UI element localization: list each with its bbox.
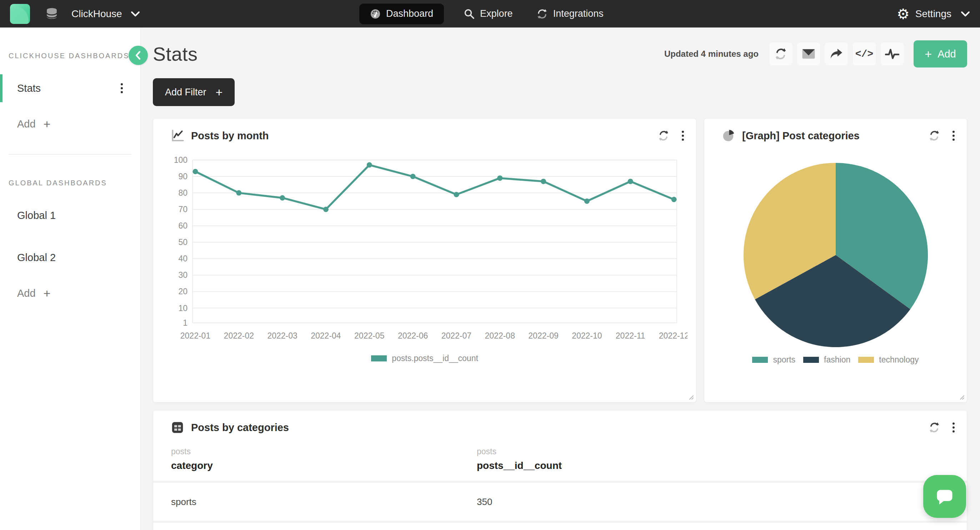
add-filter-label: Add Filter	[165, 87, 207, 98]
data-point[interactable]	[410, 174, 416, 179]
chat-bubble-icon	[934, 486, 955, 506]
nav-item-integrations[interactable]: Integrations	[533, 3, 607, 24]
dashboard-cards-row: Posts by month 1102030405060708090100202…	[153, 118, 967, 403]
pie-chart	[741, 160, 931, 350]
chevron-down-icon	[131, 11, 140, 17]
legend-item[interactable]: sports	[752, 355, 795, 364]
data-point[interactable]	[671, 197, 677, 202]
legend-swatch	[752, 357, 768, 363]
sidebar-section-title: GLOBAL DASHBOARDS	[9, 179, 140, 187]
settings-menu[interactable]: ⚙ Settings	[897, 7, 970, 21]
table-column-header[interactable]: postscategory	[171, 447, 477, 471]
add-button-label: Add	[937, 48, 956, 60]
table-column-header[interactable]: postsposts__id__count	[477, 447, 949, 471]
y-tick-label: 30	[178, 271, 188, 280]
card-posts-by-month: Posts by month 1102030405060708090100202…	[153, 118, 697, 403]
updated-status: Updated 4 minutes ago	[664, 49, 759, 59]
activity-button[interactable]	[881, 43, 904, 65]
legend-swatch	[858, 357, 874, 363]
x-tick-label: 2022-11	[616, 331, 645, 341]
add-widget-button[interactable]: + Add	[913, 40, 967, 67]
pie-chart-legend: sportsfashiontechnology	[704, 355, 967, 364]
card-header: [Graph] Post categories	[704, 119, 967, 142]
x-tick-label: 2022-08	[485, 331, 515, 341]
refresh-icon[interactable]	[928, 422, 940, 434]
data-point[interactable]	[584, 199, 590, 204]
envelope-icon	[802, 48, 816, 60]
dashboard-gauge-icon	[370, 9, 381, 19]
header-actions: Updated 4 minutes ago	[664, 40, 967, 67]
y-tick-label: 10	[178, 304, 188, 313]
add-global-dashboard-button[interactable]: Add +	[0, 286, 140, 300]
x-tick-label: 2022-10	[572, 331, 602, 341]
data-point[interactable]	[193, 169, 198, 174]
y-tick-label: 20	[178, 287, 188, 296]
y-tick-label: 90	[178, 172, 188, 181]
brand[interactable]: ClickHouse	[10, 4, 140, 24]
nav-item-explore[interactable]: Explore	[460, 3, 516, 24]
nav-item-label: Explore	[480, 8, 513, 19]
sidebar-item-stats[interactable]: Stats	[0, 74, 140, 102]
legend-item[interactable]: fashion	[803, 355, 850, 364]
app-logo[interactable]	[10, 4, 30, 24]
sync-icon	[536, 9, 548, 19]
resize-handle-icon[interactable]	[958, 393, 965, 400]
nav-item-dashboard[interactable]: Dashboard	[359, 3, 444, 24]
line-chart-icon	[171, 129, 184, 142]
refresh-button[interactable]	[769, 43, 792, 65]
sidebar-item-label: Stats	[17, 83, 41, 94]
share-button[interactable]	[825, 43, 848, 65]
chevron-down-icon	[961, 11, 970, 17]
data-point[interactable]	[497, 175, 503, 181]
card-post-categories: [Graph] Post categories sportsfash	[704, 118, 967, 403]
data-point[interactable]	[323, 207, 329, 212]
sidebar-item-global-2[interactable]: Global 2	[0, 244, 140, 271]
card-posts-by-categories: Posts by categories postscategorypostspo…	[153, 410, 967, 530]
legend-swatch	[371, 355, 387, 361]
card-title: Posts by month	[191, 130, 269, 142]
sidebar-item-global-1[interactable]: Global 1	[0, 201, 140, 229]
page-title: Stats	[153, 43, 198, 65]
column-name-label: category	[171, 460, 477, 471]
table-row: fashion320	[153, 523, 967, 530]
legend-label: posts.posts__id__count	[392, 353, 478, 363]
data-point[interactable]	[541, 178, 546, 184]
add-filter-button[interactable]: Add Filter +	[153, 78, 235, 106]
nav-center: Dashboard Explore Integrations	[359, 0, 607, 27]
data-point[interactable]	[367, 162, 372, 167]
email-report-button[interactable]	[797, 43, 820, 65]
data-point[interactable]	[236, 190, 242, 196]
kebab-menu-icon[interactable]	[951, 421, 956, 434]
database-icon	[46, 8, 58, 21]
data-point[interactable]	[628, 178, 633, 184]
table-cell: 350	[477, 497, 949, 508]
refresh-icon[interactable]	[928, 130, 940, 142]
chevron-left-icon	[134, 51, 142, 60]
sidebar-collapse-button[interactable]	[129, 46, 148, 65]
data-point[interactable]	[453, 192, 459, 197]
pulse-icon	[885, 48, 899, 60]
legend-label: fashion	[824, 355, 850, 364]
resize-handle-icon[interactable]	[687, 393, 694, 400]
table-header-row: postscategorypostsposts__id__count	[153, 442, 967, 481]
card-header: Posts by categories	[153, 411, 967, 434]
kebab-menu-icon[interactable]	[951, 129, 956, 142]
y-tick-label: 1	[183, 318, 188, 328]
legend-item[interactable]: technology	[858, 355, 919, 364]
y-tick-label: 50	[178, 237, 188, 247]
chat-widget-button[interactable]	[923, 475, 966, 518]
refresh-icon[interactable]	[657, 130, 670, 142]
add-dashboard-button[interactable]: Add +	[0, 117, 140, 131]
embed-code-button[interactable]: </>	[853, 43, 876, 65]
x-tick-label: 2022-01	[180, 331, 210, 341]
table-cell: sports	[171, 497, 477, 508]
kebab-menu-icon[interactable]	[119, 82, 124, 95]
data-point[interactable]	[280, 195, 285, 201]
brand-name: ClickHouse	[72, 8, 122, 20]
kebab-menu-icon[interactable]	[680, 129, 686, 142]
legend-label: technology	[879, 355, 919, 364]
top-navigation-bar: ClickHouse Dashboard	[0, 0, 980, 27]
column-name-label: posts__id__count	[477, 460, 949, 471]
code-icon: </>	[855, 49, 873, 60]
plus-icon: +	[44, 117, 51, 131]
